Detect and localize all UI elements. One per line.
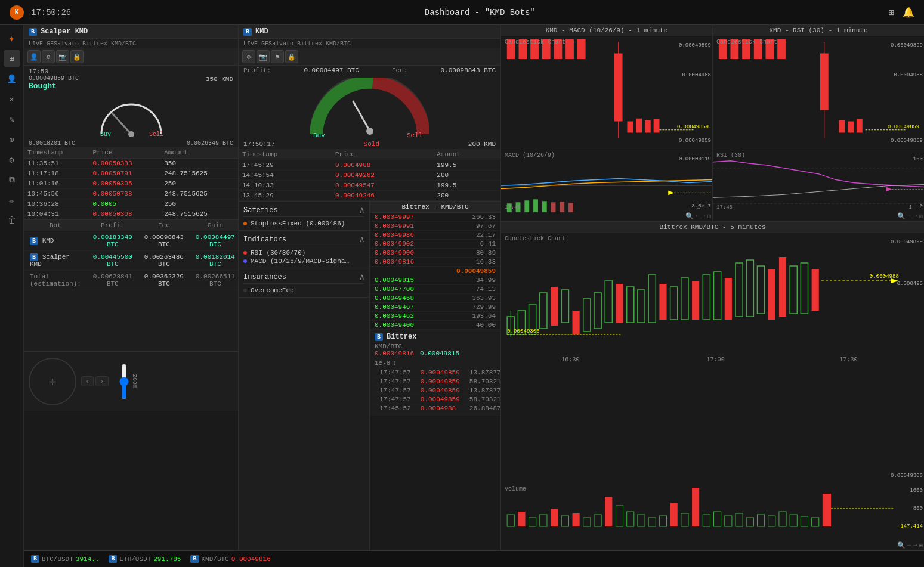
svg-text:Buy: Buy <box>100 131 111 137</box>
btc-chart-header: Bittrex KMD/BTC - 5 minutes <box>501 222 924 233</box>
sidebar-user[interactable]: 👤 <box>4 70 20 87</box>
list-item[interactable]: 0.00049400 40.00 <box>370 321 500 330</box>
svg-rect-59 <box>583 299 591 331</box>
svg-rect-60 <box>594 293 601 329</box>
list-item[interactable]: 0.00049815 34.99 <box>370 276 500 285</box>
kmd-col-ts: Timestamp <box>239 149 332 160</box>
svg-rect-69 <box>692 281 699 320</box>
table-row: 13:45:29 0.00049246 200 <box>239 191 500 201</box>
safeties-title: Safeties <box>243 206 278 215</box>
status-price-2: 291.785 <box>153 556 181 563</box>
zoom-label: zoom <box>131 374 138 388</box>
btc-nav-btns: 🔍 ← → ⊞ <box>897 541 923 549</box>
svg-rect-96 <box>583 518 591 526</box>
btc-zoom-btn[interactable]: 🔍 <box>897 541 906 549</box>
sidebar-add[interactable]: ⊕ <box>4 131 20 148</box>
trade-price: 0.00050738 <box>89 189 161 199</box>
sum-col-profit: Profit <box>87 220 138 231</box>
svg-rect-116 <box>801 516 808 526</box>
list-item[interactable]: 0.00049997 266.33 <box>370 213 500 222</box>
monitor-icon[interactable]: ⊞ <box>888 7 894 18</box>
tb-lock[interactable]: 🔒 <box>70 50 84 63</box>
zoom-btn[interactable]: 🔍 <box>685 212 694 220</box>
tb-camera[interactable]: 📷 <box>56 50 69 63</box>
list-item[interactable]: 0.00049468 363.93 <box>370 294 500 303</box>
svg-rect-43 <box>848 122 854 133</box>
indicators-title: Indicators <box>243 236 286 244</box>
volume-label: Volume <box>505 486 526 492</box>
svg-rect-105 <box>681 513 688 526</box>
sidebar-settings[interactable]: ⚙ <box>4 151 20 168</box>
nav-zoom: zoom <box>113 364 138 399</box>
list-item[interactable]: 0.00049462 193.64 <box>370 312 500 321</box>
sidebar-trash[interactable]: 🗑 <box>4 212 20 229</box>
insurances-collapse[interactable]: ∧ <box>360 272 364 282</box>
btc-zoom-fit[interactable]: ⊞ <box>919 541 923 549</box>
bid-amount: 40.00 <box>448 321 501 330</box>
page-title: Dashboard - "KMD Bots" <box>425 8 535 17</box>
nav-right-btn[interactable]: → <box>702 212 706 220</box>
scalper-status: Bought <box>29 82 79 91</box>
list-item: 17:47:57 0.00049859 13.87877773 <box>375 368 500 377</box>
svg-text:0.00049306: 0.00049306 <box>507 328 540 334</box>
kmd-tb1[interactable]: ⊕ <box>242 50 255 63</box>
btc-nav-right[interactable]: → <box>913 541 917 549</box>
btc-target: 0.000495 <box>897 281 923 287</box>
svg-rect-80 <box>812 269 819 311</box>
macd-cs-label: Candlestick Chart <box>505 39 565 45</box>
nav-left-btn[interactable]: ← <box>696 212 700 220</box>
rsi-nav-btns: 🔍 ← → ⊞ <box>897 212 923 220</box>
list-item[interactable]: 0.00049900 80.89 <box>370 249 500 258</box>
total-fee: 0.00362329 BTC <box>138 271 190 290</box>
bell-icon[interactable]: 🔔 <box>903 7 914 18</box>
list-item[interactable]: 0.00047700 74.13 <box>370 285 500 294</box>
bx-time: 17:47:57 <box>375 386 416 395</box>
list-item[interactable]: 0.00049991 97.67 <box>370 222 500 231</box>
sum-bot: B KMD <box>24 231 87 251</box>
safeties-collapse[interactable]: ∧ <box>360 205 364 215</box>
left-sidebar: ✦ ⊞ 👤 ✕ ✎ ⊕ ⚙ ⧉ ✏ 🗑 <box>0 25 24 567</box>
svg-text:0.0004988: 0.0004988 <box>870 273 899 280</box>
kmd-tb3[interactable]: ⚑ <box>271 50 284 63</box>
list-item: 17:47:57 0.00049859 13.87877773 <box>375 386 500 395</box>
sidebar-dashboard[interactable]: ⊞ <box>4 50 20 67</box>
list-item[interactable]: 0.00049467 729.99 <box>370 303 500 312</box>
scalper-btc-row: 0.0018201 BTC 0.0026349 BTC <box>24 140 238 147</box>
nav-left[interactable]: ‹ <box>81 376 94 386</box>
main-area: B Scalper KMD LIVE GFSalvato Bittrex KMD… <box>24 25 924 550</box>
rsi-chart-header: KMD - RSI (30) - 1 minute <box>713 25 924 36</box>
tb-user[interactable]: 👤 <box>27 50 41 63</box>
sidebar-edit[interactable]: ✎ <box>4 111 20 128</box>
tb-settings[interactable]: ⚙ <box>42 50 55 63</box>
zoom-fit-btn[interactable]: ⊞ <box>707 212 711 220</box>
list-item[interactable]: 0.00049986 22.17 <box>370 231 500 240</box>
ask-amount: 97.67 <box>448 222 501 231</box>
svg-rect-118 <box>823 494 831 526</box>
nav-joystick[interactable]: ✛ <box>29 358 76 405</box>
nav-right[interactable]: › <box>95 376 108 386</box>
volume-area: Volume 1600 800 147.414 <box>501 485 924 532</box>
indicators-collapse[interactable]: ∧ <box>360 234 364 244</box>
btc-nav-left[interactable]: ← <box>907 541 911 549</box>
rsi-nav-left[interactable]: ← <box>907 212 911 220</box>
zoom-slider[interactable] <box>118 364 130 399</box>
sidebar-close[interactable]: ✕ <box>4 91 20 107</box>
svg-text:16:30: 16:30 <box>561 357 579 363</box>
table-row: 11:01:16 0.00050305 250 <box>24 179 238 189</box>
trade-amount: 250 <box>160 179 238 189</box>
rsi-zoom-btn[interactable]: 🔍 <box>897 212 906 220</box>
bittrex-price1: 0.00049816 <box>375 350 414 357</box>
table-row: 10:36:28 0.0005 250 <box>24 199 238 209</box>
ask-price: 0.00049902 <box>370 240 448 249</box>
list-item[interactable]: 0.00049902 6.41 <box>370 240 500 249</box>
scalper-gauge: Buy Sell <box>24 93 238 140</box>
scalper-btc-right: 0.0026349 BTC <box>187 140 233 147</box>
rsi-zoom-fit[interactable]: ⊞ <box>919 212 923 220</box>
sidebar-copy[interactable]: ⧉ <box>4 172 20 188</box>
sidebar-pen[interactable]: ✏ <box>4 192 20 209</box>
list-item[interactable]: 0.00049816 16.33 <box>370 258 500 267</box>
rsi-nav-right[interactable]: → <box>913 212 917 220</box>
kmd-tb4[interactable]: 🔒 <box>285 50 298 63</box>
btc-price-low: 0.00049306 <box>891 473 923 479</box>
kmd-tb2[interactable]: 📷 <box>257 50 270 63</box>
